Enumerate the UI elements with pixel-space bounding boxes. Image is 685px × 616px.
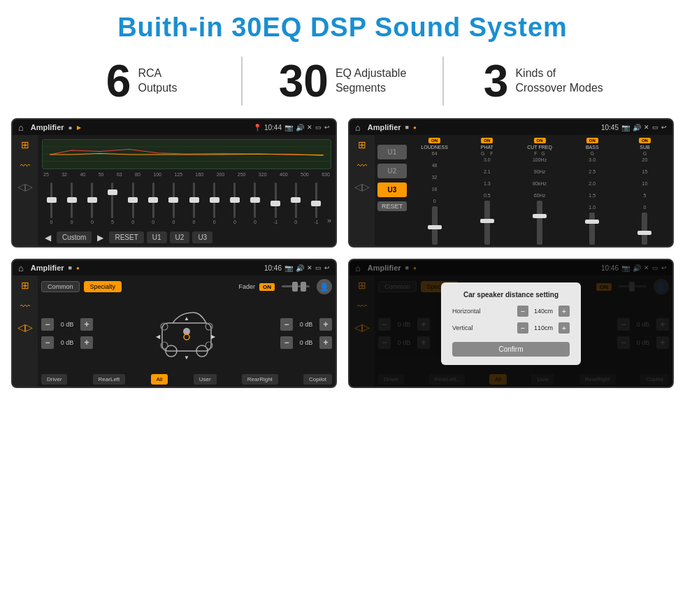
mixer-vol-side-icon[interactable]: ◁▷ [354,181,370,192]
eq-slider-2[interactable]: 0 [62,182,81,224]
eq-slider-7[interactable]: 0 [164,182,183,224]
u1-btn-eq[interactable]: U1 [147,231,167,243]
all-btn[interactable]: All [151,374,168,385]
mixer-filter-icon[interactable]: ⊞ [358,139,366,150]
stat-label-crossover: Kinds ofCrossover Modes [515,66,603,96]
fader-filter-icon[interactable]: ⊞ [21,280,29,291]
db-row-3: − 0 dB + [280,318,332,331]
reset-btn-mixer[interactable]: RESET [377,201,407,211]
horizontal-minus[interactable]: − [517,306,528,317]
mixer-status-dot2: ● [413,124,417,131]
home-icon[interactable]: ⌂ [18,122,24,133]
u1-btn[interactable]: U1 [377,145,407,159]
db-minus-1[interactable]: − [41,318,54,331]
eq-status-dot1: ● [68,124,73,131]
driver-btn[interactable]: Driver [41,374,67,385]
bass-slider[interactable] [589,213,595,245]
cutfreq-slider[interactable] [537,201,542,245]
fader-home-icon[interactable]: ⌂ [18,263,24,273]
u2-btn-eq[interactable]: U2 [170,231,190,243]
db-plus-1[interactable]: + [80,318,93,331]
car-svg: ▲ ▼ ◀ ▶ [152,302,222,365]
horizontal-label: Horizontal [452,308,481,315]
channel-sub: ON SUB G 20151050 [620,138,670,246]
channel-cutfreq: ON CUT FREQ F G 100Hz90Hz80kHz60Hz [514,138,564,246]
fader-wave-icon[interactable]: 〰 [20,301,30,312]
bass-nums: 3.02.52.01.51.0 [589,157,596,210]
db-plus-3[interactable]: + [319,318,332,331]
custom-btn[interactable]: Custom [57,231,92,243]
u2-btn[interactable]: U2 [377,164,407,178]
loudness-nums: 644832160 [432,151,438,203]
u-buttons: U1 U2 U3 RESET [377,138,407,246]
confirm-button[interactable]: Confirm [452,342,570,357]
svg-text:◀: ◀ [156,334,161,340]
eq-slider-10[interactable]: 0 [225,182,244,224]
bass-on[interactable]: ON [586,138,598,143]
fader-screen-body: ⊞ 〰 ◁▷ Common Specialty Fader ON [13,275,336,388]
eq-slider-4[interactable]: 5 [103,182,122,224]
cutfreq-on[interactable]: ON [534,138,546,143]
db-controls-left: − 0 dB + − 0 dB + [41,318,93,349]
eq-slider-5[interactable]: 0 [124,182,143,224]
eq-slider-14[interactable]: -1 [307,182,326,224]
vertical-plus[interactable]: + [558,322,570,334]
phat-on[interactable]: ON [481,138,493,143]
freq-63: 63 [117,172,122,177]
sub-on[interactable]: ON [639,138,651,143]
fader-camera-icon: 📷 [284,264,293,272]
mixer-status-dot1: ■ [405,124,409,131]
db-plus-4[interactable]: + [319,336,332,349]
eq-app-title: Amplifier [31,123,64,131]
eq-slider-13[interactable]: 0 [287,182,305,224]
eq-vol-side-icon[interactable]: ◁▷ [17,181,33,192]
u3-btn[interactable]: U3 [377,182,407,197]
db-row-4: − 0 dB + [280,336,332,349]
fader-on-badge[interactable]: ON [259,283,275,291]
eq-slider-11[interactable]: 0 [245,182,264,224]
expand-icon[interactable]: » [327,216,331,224]
user-btn[interactable]: User [194,374,217,385]
common-tab[interactable]: Common [41,281,80,292]
mixer-home-icon[interactable]: ⌂ [355,122,361,133]
speaker-area: − 0 dB + − 0 dB + [41,298,332,369]
eq-wave-icon[interactable]: 〰 [20,160,30,171]
rearright-btn[interactable]: RearRight [242,374,278,385]
horizontal-plus[interactable]: + [558,306,570,317]
fader-status-icons: 10:46 📷 🔊 ✕ ▭ ↩ [264,264,330,272]
prev-arrow[interactable]: ◀ [42,233,54,243]
fader-speaker-icon[interactable]: ◁▷ [17,322,33,333]
db-val-2: 0 dB [57,339,78,346]
loudness-on[interactable]: ON [428,138,440,143]
phat-slider[interactable] [484,201,490,245]
mixer-screen-body: ⊞ 〰 ◁▷ U1 U2 U3 RESET ON LOUDNESS [349,135,672,248]
db-minus-2[interactable]: − [41,336,54,349]
distance-dialog: Car speaker distance setting Horizontal … [441,282,581,365]
eq-nav: ◀ Custom ▶ RESET U1 U2 U3 [42,230,331,245]
eq-slider-3[interactable]: 0 [82,182,101,224]
stat-number-crossover: 3 [484,59,509,103]
db-minus-4[interactable]: − [280,336,293,349]
vertical-minus[interactable]: − [517,322,528,334]
specialty-tab[interactable]: Specialty [84,281,122,292]
dialog-screen: ⌂ Amplifier ■ ● 10:46 📷 🔊 ✕ ▭ ↩ ⊞ 〰 ◁▷ [348,259,674,388]
reset-btn-eq[interactable]: RESET [109,231,143,243]
copilot-btn[interactable]: Copilot [303,374,332,385]
u3-btn-eq[interactable]: U3 [192,231,212,243]
db-plus-2[interactable]: + [80,336,93,349]
eq-slider-1[interactable]: 0 [42,182,61,224]
eq-slider-8[interactable]: 0 [185,182,203,224]
sub-slider[interactable] [642,213,647,245]
eq-slider-9[interactable]: 0 [205,182,224,224]
eq-slider-6[interactable]: 0 [144,182,163,224]
next-arrow[interactable]: ▶ [94,233,106,243]
db-minus-3[interactable]: − [280,318,293,331]
eq-filter-icon[interactable]: ⊞ [21,139,29,150]
fader-side-icons: ⊞ 〰 ◁▷ [13,275,38,388]
profile-icon[interactable]: 👤 [317,279,332,294]
mixer-wave-icon[interactable]: 〰 [357,160,367,171]
mixer-status-icons: 10:45 📷 🔊 ✕ ▭ ↩ [601,124,667,131]
loudness-slider[interactable] [432,206,438,245]
eq-slider-12[interactable]: -1 [266,182,285,224]
rearleft-btn[interactable]: RearLeft [93,374,126,385]
